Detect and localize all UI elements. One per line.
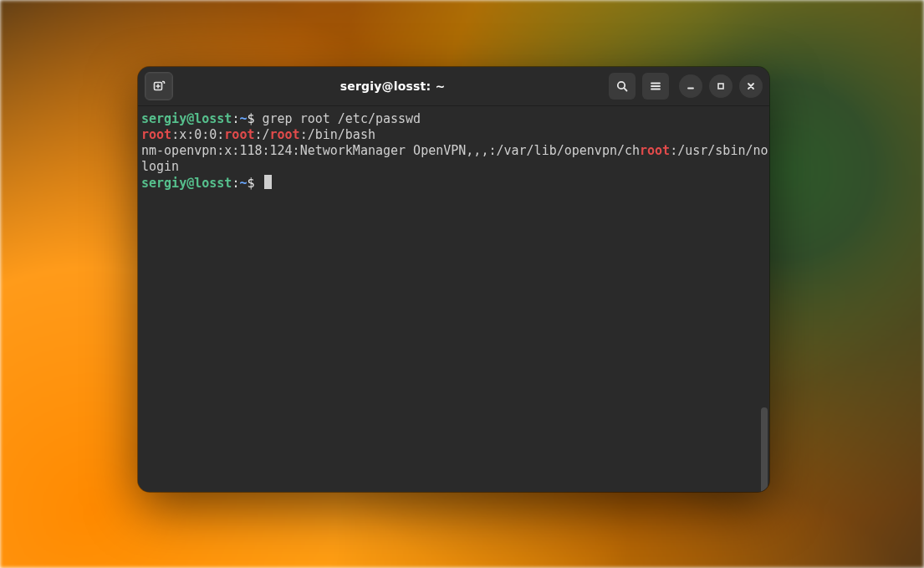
output-text: :x:0:0: <box>171 127 224 142</box>
search-icon <box>615 79 629 93</box>
prompt-user-host: sergiy@losst <box>141 176 232 191</box>
terminal-viewport[interactable]: sergiy@losst:~$ grep root /etc/passwd ro… <box>138 106 769 492</box>
grep-match: root <box>224 127 254 142</box>
prompt-sigil: $ <box>247 111 262 126</box>
prompt-user-host: sergiy@losst <box>141 111 232 126</box>
output-text: :/bin/bash <box>300 127 375 142</box>
svg-rect-2 <box>718 84 723 89</box>
output-text: :/ <box>254 127 269 142</box>
terminal-cursor <box>264 175 272 189</box>
maximize-button[interactable] <box>709 74 733 98</box>
grep-match: root <box>141 127 171 142</box>
new-tab-icon <box>152 79 166 93</box>
maximize-icon <box>716 81 726 91</box>
window-titlebar[interactable]: sergiy@losst: ~ <box>138 67 769 106</box>
search-button[interactable] <box>609 73 636 100</box>
terminal-window: sergiy@losst: ~ <box>138 67 769 492</box>
prompt-sigil: $ <box>247 176 262 191</box>
close-icon <box>746 81 756 91</box>
terminal-content: sergiy@losst:~$ grep root /etc/passwd ro… <box>141 111 769 192</box>
hamburger-menu-icon <box>649 79 662 93</box>
command-text: grep root /etc/passwd <box>263 111 421 126</box>
menu-button[interactable] <box>642 73 669 100</box>
minimize-button[interactable] <box>679 74 702 98</box>
grep-match: root <box>640 143 670 158</box>
output-text: nm-openvpn:x:118:124:NetworkManager Open… <box>141 143 640 158</box>
vertical-scrollbar[interactable] <box>761 407 768 492</box>
window-title: sergiy@losst: ~ <box>183 79 602 93</box>
close-button[interactable] <box>739 74 763 98</box>
new-tab-button[interactable] <box>145 72 173 100</box>
minimize-icon <box>686 81 696 91</box>
grep-match: root <box>270 127 300 142</box>
